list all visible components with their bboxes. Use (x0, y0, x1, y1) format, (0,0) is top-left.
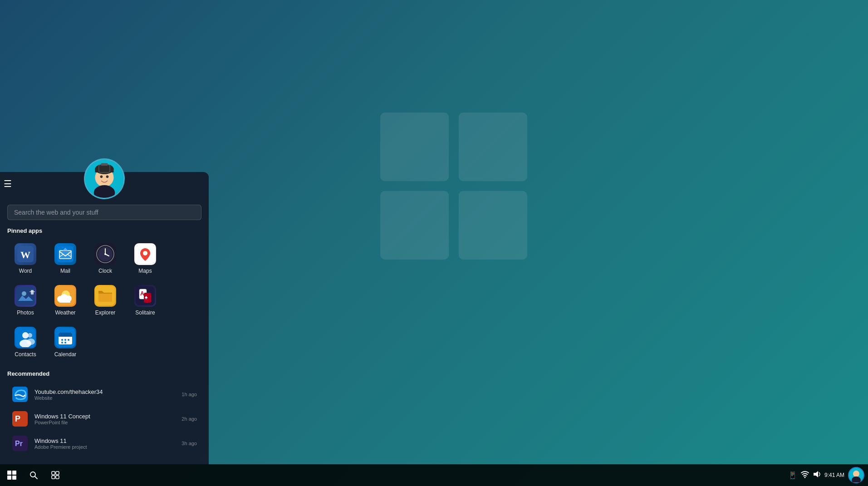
rec-youtube-title: Youtube.com/thehacker34 (34, 388, 175, 395)
user-avatar-area (7, 172, 201, 199)
rec-win11-time: 3h ago (181, 441, 197, 446)
app-calendar-label: Calendar (54, 351, 77, 358)
svg-marker-71 (814, 471, 818, 477)
app-photos-label: Photos (17, 309, 34, 316)
task-view-button[interactable] (45, 465, 65, 485)
app-word[interactable]: W Word (7, 240, 44, 278)
svg-point-53 (61, 342, 63, 344)
svg-rect-16 (59, 250, 71, 259)
pinned-apps-header: Pinned apps (7, 227, 201, 234)
start-menu: ☰ (0, 172, 209, 464)
app-weather-label: Weather (55, 309, 75, 316)
avatar[interactable] (84, 158, 125, 199)
svg-point-9 (106, 176, 109, 178)
app-clock-label: Clock (98, 268, 112, 274)
app-solitaire[interactable]: A♠ Solitaire (127, 281, 163, 319)
app-solitaire-label: Solitaire (135, 309, 155, 316)
svg-point-51 (64, 339, 66, 341)
volume-icon (813, 470, 821, 480)
rec-youtube-info: Youtube.com/thehacker34 Website (34, 388, 175, 401)
svg-text:♠: ♠ (145, 294, 148, 300)
svg-point-50 (61, 339, 63, 341)
search-input[interactable] (7, 205, 201, 220)
svg-rect-0 (380, 113, 449, 181)
rec-win11-info: Windows 11 Adobe Premiere project (34, 437, 175, 450)
desktop: ☰ (0, 0, 868, 486)
rec-youtube-time: 1h ago (181, 392, 197, 397)
svg-point-24 (143, 251, 147, 255)
svg-text:Pr: Pr (15, 440, 23, 447)
maps-icon (134, 243, 156, 265)
system-tray-icons: 📱 (788, 470, 821, 480)
wifi-icon (801, 470, 809, 480)
svg-text:P: P (15, 414, 20, 423)
svg-rect-1 (459, 113, 527, 181)
svg-rect-69 (56, 476, 59, 479)
rec-item-win11concept[interactable]: P Windows 11 Concept PowerPoint file 2h … (7, 407, 201, 431)
svg-rect-7 (95, 168, 113, 172)
app-mail[interactable]: Mail (47, 240, 83, 278)
app-clock[interactable]: Clock (87, 240, 123, 278)
app-explorer-label: Explorer (95, 309, 116, 316)
svg-rect-34 (59, 299, 70, 303)
rec-win11concept-time: 2h ago (181, 416, 197, 422)
rec-win11-subtitle: Adobe Premiere project (34, 444, 175, 450)
start-button[interactable] (2, 465, 22, 485)
weather-icon (54, 285, 76, 307)
taskbar-avatar[interactable] (848, 467, 864, 483)
app-weather[interactable]: Weather (47, 281, 83, 319)
app-maps[interactable]: Maps (127, 240, 163, 278)
phone-icon: 📱 (788, 471, 797, 480)
taskbar-right: 📱 9:41 AM (788, 467, 868, 483)
rec-item-youtube[interactable]: Youtube.com/thehacker34 Website 1h ago (7, 383, 201, 406)
svg-text:A: A (140, 290, 144, 297)
powerpoint-icon: P (12, 411, 28, 427)
svg-point-70 (804, 477, 805, 478)
taskbar-clock: 9:41 AM (824, 471, 844, 479)
svg-text:W: W (20, 249, 30, 260)
svg-rect-60 (7, 471, 11, 475)
taskbar-left (0, 465, 65, 485)
recommended-header: Recommended (7, 370, 201, 377)
rec-youtube-subtitle: Website (34, 395, 175, 401)
premiere-icon: Pr (12, 435, 28, 452)
svg-point-64 (30, 472, 35, 477)
clock-icon (94, 243, 116, 265)
svg-line-65 (35, 476, 37, 479)
app-word-label: Word (19, 268, 32, 274)
svg-rect-2 (380, 191, 449, 260)
solitaire-icon: A♠ (134, 285, 156, 307)
svg-rect-68 (52, 476, 55, 479)
svg-rect-67 (56, 471, 59, 475)
rec-item-win11[interactable]: Pr Windows 11 Adobe Premiere project 3h … (7, 432, 201, 455)
svg-rect-3 (459, 191, 527, 260)
app-contacts[interactable]: Contacts (7, 323, 44, 361)
taskbar: 📱 9:41 AM (0, 464, 868, 486)
svg-point-8 (100, 176, 103, 178)
svg-rect-62 (7, 476, 11, 480)
svg-rect-61 (12, 471, 16, 475)
explorer-icon (94, 285, 116, 307)
svg-point-26 (22, 291, 26, 296)
app-photos[interactable]: Photos (7, 281, 44, 319)
svg-point-45 (27, 339, 35, 345)
svg-point-42 (22, 332, 29, 339)
svg-rect-28 (29, 291, 35, 292)
rec-win11concept-subtitle: PowerPoint file (34, 420, 175, 425)
contacts-icon (15, 327, 36, 349)
photos-icon (15, 285, 36, 307)
recommended-list: Youtube.com/thehacker34 Website 1h ago P… (7, 383, 201, 455)
pinned-apps-grid: W Word Mail Clock (7, 240, 201, 361)
app-explorer[interactable]: Explorer (87, 281, 123, 319)
app-contacts-label: Contacts (15, 351, 36, 358)
svg-point-54 (64, 342, 66, 344)
mail-icon (54, 243, 76, 265)
svg-rect-27 (31, 290, 34, 295)
app-calendar[interactable]: Calendar (47, 323, 83, 361)
rec-win11concept-info: Windows 11 Concept PowerPoint file (34, 413, 175, 425)
svg-rect-12 (101, 163, 108, 166)
edge-icon (12, 386, 28, 403)
app-mail-label: Mail (60, 268, 70, 274)
search-taskbar-button[interactable] (24, 465, 44, 485)
svg-rect-25 (16, 286, 35, 305)
